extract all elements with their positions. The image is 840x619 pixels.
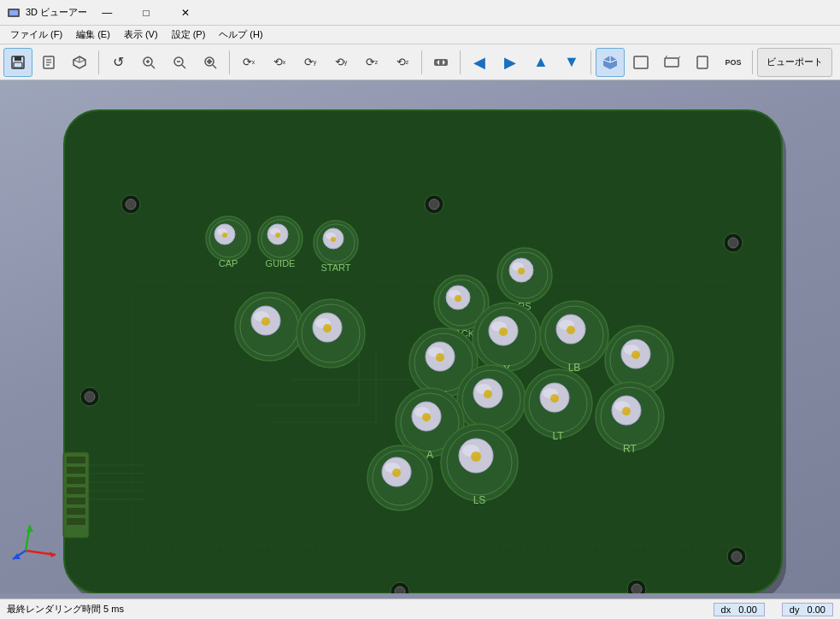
svg-rect-1	[9, 10, 18, 15]
rotate-y-ccw-button[interactable]: ⟲y	[326, 48, 355, 77]
dx-display: dx 0.00	[714, 603, 765, 616]
svg-point-119	[567, 326, 575, 334]
svg-point-155	[422, 413, 431, 422]
viewport-button[interactable]: ビューポート	[757, 48, 832, 77]
close-button[interactable]: ✕	[166, 0, 205, 26]
svg-point-91	[455, 295, 461, 302]
svg-rect-66	[67, 498, 85, 504]
save-button[interactable]	[3, 48, 32, 77]
svg-point-46	[85, 392, 95, 402]
menu-file[interactable]: ファイル (F)	[3, 27, 69, 43]
rotate-x-cw-button[interactable]: ⟳x	[234, 48, 263, 77]
window-controls: — □ ✕	[87, 0, 205, 26]
svg-rect-65	[67, 487, 85, 494]
svg-point-42	[126, 199, 136, 209]
svg-text:RT: RT	[623, 443, 637, 455]
dx-value: 0.00	[738, 604, 756, 615]
pan-down-button[interactable]: ▼	[557, 48, 586, 77]
new-button[interactable]	[34, 48, 63, 77]
3d-view-button[interactable]	[65, 48, 94, 77]
dx-label: dx	[721, 604, 731, 615]
svg-point-137	[484, 390, 492, 398]
view-side-button[interactable]	[688, 48, 717, 77]
svg-rect-64	[67, 477, 85, 484]
rotate-y-cw-button[interactable]: ⟳y	[296, 48, 325, 77]
svg-rect-3	[15, 56, 21, 61]
svg-text:A: A	[426, 449, 433, 461]
pan-right-button[interactable]: ▶	[496, 48, 525, 77]
svg-point-103	[261, 317, 270, 326]
app-icon	[7, 6, 21, 20]
svg-line-18	[182, 65, 185, 68]
zoom-fit-button[interactable]	[196, 48, 225, 77]
svg-point-50	[429, 199, 439, 209]
dy-value: 0.00	[808, 604, 825, 615]
toolbar: ↺ ⟳x ⟲x ⟳y ⟲y ⟳z ⟲z ◀ ▶ ▲ ▼ POS ビューポート	[0, 44, 840, 80]
svg-line-21	[213, 65, 216, 68]
render-time-label: 最終レンダリング時間 5 ms	[7, 603, 714, 616]
svg-point-44	[728, 238, 738, 248]
zoom-out-button[interactable]	[165, 48, 194, 77]
refresh-button[interactable]: ↺	[103, 48, 132, 77]
zoom-in-button[interactable]	[134, 48, 163, 77]
svg-text:LS: LS	[473, 494, 486, 506]
svg-rect-33	[665, 58, 678, 67]
svg-rect-62	[67, 457, 85, 463]
svg-rect-32	[634, 56, 648, 68]
svg-point-73	[222, 233, 227, 238]
view-top-button[interactable]	[657, 48, 686, 77]
svg-point-113	[499, 327, 508, 336]
svg-text:LT: LT	[552, 430, 564, 442]
rotate-z-ccw-button[interactable]: ⟲z	[388, 48, 417, 77]
svg-rect-63	[67, 467, 85, 474]
svg-point-125	[631, 351, 640, 359]
svg-point-97	[518, 268, 525, 274]
menu-bar: ファイル (F) 編集 (E) 表示 (V) 設定 (P) ヘルプ (H)	[0, 26, 840, 44]
svg-point-85	[331, 237, 336, 242]
coordinates: dx 0.00 dy 0.00	[714, 603, 833, 616]
pan-up-button[interactable]: ▲	[526, 48, 555, 77]
dy-display: dy 0.00	[782, 603, 833, 616]
svg-text:CAP: CAP	[219, 258, 238, 268]
title-bar: 3D ビューアー — □ ✕	[0, 0, 840, 26]
svg-rect-36	[697, 56, 708, 68]
rotate-x-ccw-button[interactable]: ⟲x	[265, 48, 294, 77]
svg-point-149	[622, 407, 631, 416]
view-front-button[interactable]	[626, 48, 655, 77]
window-title: 3D ビューアー	[26, 6, 87, 19]
maximize-button[interactable]: □	[126, 0, 166, 26]
svg-line-12	[73, 60, 79, 62]
svg-point-167	[392, 469, 401, 477]
svg-point-108	[323, 324, 332, 333]
svg-rect-68	[67, 518, 85, 525]
pan-left-button[interactable]: ◀	[465, 48, 494, 77]
svg-line-14	[151, 65, 155, 68]
svg-text:GUIDE: GUIDE	[266, 258, 296, 268]
svg-point-54	[631, 584, 642, 593]
svg-point-131	[436, 353, 444, 362]
menu-help[interactable]: ヘルプ (H)	[212, 27, 269, 43]
svg-point-161	[471, 451, 481, 462]
minimize-button[interactable]: —	[87, 0, 126, 26]
menu-view[interactable]: 表示 (V)	[117, 27, 165, 43]
view-3d-button[interactable]	[596, 48, 625, 77]
svg-marker-169	[50, 551, 56, 557]
rotate-z-cw-button[interactable]: ⟳z	[357, 48, 386, 77]
main-viewport[interactable]: CAP GUIDE START BACK RS	[0, 80, 840, 593]
view-pos-button[interactable]: POS	[719, 48, 748, 77]
menu-settings[interactable]: 設定 (P)	[165, 27, 213, 43]
svg-line-35	[678, 56, 680, 58]
svg-rect-4	[14, 62, 22, 68]
flip-board-button[interactable]	[426, 48, 455, 77]
svg-point-48	[731, 551, 742, 562]
svg-point-52	[395, 587, 405, 593]
svg-marker-171	[26, 525, 33, 532]
dy-label: dy	[790, 604, 800, 615]
svg-point-143	[550, 394, 559, 403]
svg-text:START: START	[320, 262, 350, 273]
svg-rect-67	[67, 508, 85, 515]
svg-line-11	[79, 60, 85, 62]
menu-edit[interactable]: 編集 (E)	[69, 27, 117, 43]
svg-point-79	[275, 233, 280, 238]
axis-indicator	[9, 516, 60, 568]
